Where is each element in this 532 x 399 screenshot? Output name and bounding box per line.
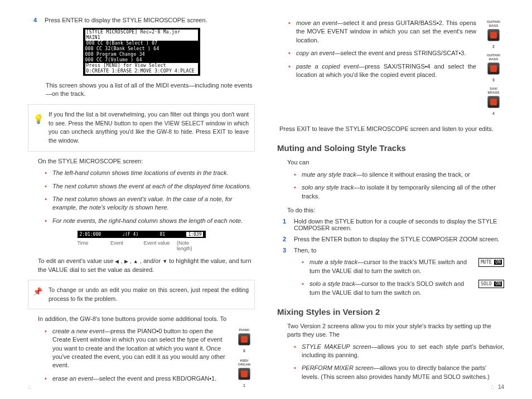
list-item: erase an event—select the event and pres… [45,374,227,383]
list-item: The left-hand column shows time location… [45,169,255,177]
paragraph: Two Version 2 screens allow you to mix y… [287,322,504,339]
left-arrow-icon: ◀ [115,259,119,264]
up-arrow-icon: ▲ [133,259,138,264]
paragraph: Press EXIT to leave the STYLE MICROSCOPE… [279,125,504,133]
step-4: 4 Press ENTER to display the STYLE MICRO… [28,17,255,23]
footer-dots-left: ∴ [28,384,32,390]
step-2: 2Press the ENTER button to display the S… [277,236,504,242]
lightbulb-icon: 💡 [33,113,44,126]
bullet-list: move an event—select it and press GUITAR… [288,19,476,79]
step-number: 4 [28,17,45,23]
button-pad-guitar-bass-3: GUITAR/ BASS 3 [483,53,504,82]
list-item: mute any style track—to silence it witho… [294,171,504,179]
mute-switch-icon: MUTE ON [478,258,504,266]
bullet-list: The left-hand column shows time location… [45,169,255,225]
solo-switch-icon: SOLO ON [478,280,504,288]
bullet-list: mute any style track—to silence it witho… [294,171,504,201]
page-number: ∴ 14 [491,384,504,390]
bullet-list: MUTE ON mute a style track—cursor to the… [302,258,504,297]
paragraph: On the STYLE MICROSCOPE screen: [38,157,255,166]
right-arrow-icon: ▶ [124,259,128,264]
list-item: SOLO ON solo a style track—cursor to the… [302,280,504,297]
list-item: solo any style track—to isolate it by te… [294,183,504,201]
bullet-list: create a new event—press the PIANO•0 but… [45,327,227,383]
list-item: STYLE MAKEUP screen—allows you to set ea… [294,343,504,360]
list-item: For note events, the right-hand column s… [45,217,255,225]
button-pad-piano: PIANO 0 [234,328,255,353]
paragraph: To do this: [287,206,504,215]
paragraph: You can [287,158,504,167]
button-pad-guitar-bass-2: GUITAR/ BASS 2 [483,20,504,49]
pad-icon [487,96,500,108]
paragraph: In addition, the GW-8's tone buttons pro… [38,315,255,323]
note-box: 📌 To change or undo an edit you make on … [28,280,255,310]
list-item: paste a copied event—press SAX/STRINGS•4… [288,62,476,80]
lcd-screenshot-1: [STYLE MICROSCOPE] Rec=2·8 Ma.jor MAIN1 … [83,28,200,76]
list-item: copy an event—select the event and press… [288,49,476,57]
row-labels: Time Event Event value (Note length) [78,240,206,251]
button-pad-sax-brass: SAX/ BRASS 4 [483,87,504,116]
list-item: MUTE ON mute a style track—cursor to the… [302,258,504,275]
heading-mixing-styles: Mixing Styles in Version 2 [277,307,504,317]
list-item: PERFORM MIXER screen—allows you to direc… [294,364,504,381]
button-pad-kbd-organ: KBD/ ORGAN 1 [234,359,255,388]
pad-icon [487,62,500,75]
pushpin-icon: 📌 [33,286,42,298]
pad-icon [238,368,250,380]
down-arrow-icon: ▼ [162,259,167,264]
paragraph: To edit an event's value use ◀ , ▶ , ▲ ,… [38,257,255,274]
page-footer: ∴ ∴ 14 [28,384,504,390]
list-item: The next column shows the event at each … [45,182,255,191]
pad-icon [487,29,500,41]
pad-icon [238,333,250,346]
list-item: The next column shows an event's value. … [45,195,255,212]
lcd-row: 2:01:000 ♩(F 4) 81 1:039 [78,231,206,238]
heading-muting-soloing: Muting and Soloing Style Tracks [277,143,504,153]
tip-box: 💡 If you find the list a bit overwhelmin… [28,104,255,152]
step-1: 1Hold down the STYLE button for a couple… [277,218,504,231]
step-text: Press ENTER to display the STYLE MICROSC… [45,17,255,23]
step-3: 3Then, to [277,247,504,254]
paragraph: This screen shows you a list of all of t… [46,81,255,99]
list-item: move an event—select it and press GUITAR… [288,19,476,45]
list-item: create a new event—press the PIANO•0 but… [45,327,227,370]
bullet-list: STYLE MAKEUP screen—allows you to set ea… [294,343,504,382]
